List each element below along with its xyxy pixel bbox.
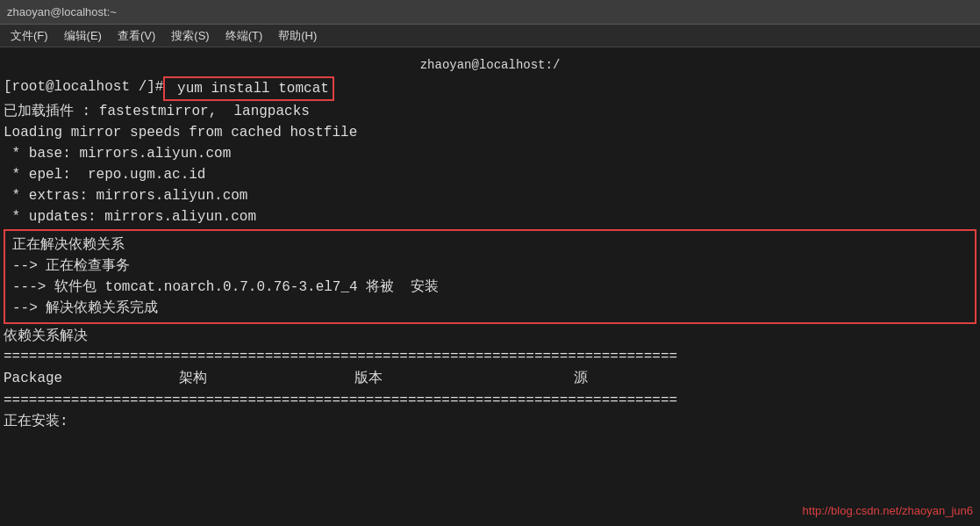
separator-1: ========================================… [4, 347, 976, 366]
col-header-source: 源 [574, 368, 976, 389]
terminal-window: zhaoyan@localhost:~ 文件(F) 编辑(E) 查看(V) 搜索… [0, 0, 980, 526]
resolution-box: 正在解决依赖关系 --> 正在检查事务 ---> 软件包 tomcat.noar… [4, 229, 976, 324]
title-bar: zhaoyan@localhost:~ [0, 0, 980, 25]
menu-bar[interactable]: 文件(F) 编辑(E) 查看(V) 搜索(S) 终端(T) 帮助(H) [0, 25, 980, 47]
title-bar-text: zhaoyan@localhost:~ [7, 5, 117, 18]
col-header-package: Package [4, 368, 179, 389]
col-header-version: 版本 [354, 368, 574, 389]
menu-view[interactable]: 查看(V) [111, 26, 162, 46]
output-line-5: * extras: mirrors.aliyun.com [4, 185, 976, 206]
prompt: [root@localhost /]# [4, 76, 163, 97]
menu-edit[interactable]: 编辑(E) [57, 26, 109, 46]
output-line-6: * updates: mirrors.aliyun.com [4, 206, 976, 227]
installing-label: 正在安装: http://blog.csdn.net/zhaoyan_jun6 [4, 411, 976, 432]
output-line-4: * epel: repo.ugm.ac.id [4, 164, 976, 185]
res-line-1: 正在解决依赖关系 [12, 234, 968, 256]
menu-terminal[interactable]: 终端(T) [218, 26, 270, 46]
table-header-row: Package 架构 版本 源 [4, 366, 976, 391]
output-line-3: * base: mirrors.aliyun.com [4, 143, 976, 164]
col-header-arch: 架构 [179, 368, 354, 389]
top-title: zhaoyan@localhost:/ [4, 54, 976, 76]
terminal-content[interactable]: zhaoyan@localhost:/ [root@localhost /]# … [0, 47, 980, 526]
menu-search[interactable]: 搜索(S) [164, 26, 216, 46]
menu-help[interactable]: 帮助(H) [271, 26, 324, 46]
after-resolution: 依赖关系解决 [4, 326, 976, 347]
output-line-1: 已加载插件 : fastestmirror, langpacks [4, 101, 976, 122]
command-line: [root@localhost /]# yum install tomcat [4, 76, 976, 101]
separator-2: ========================================… [4, 391, 976, 410]
output-line-2: Loading mirror speeds from cached hostfi… [4, 122, 976, 143]
menu-file[interactable]: 文件(F) [4, 26, 55, 46]
watermark: http://blog.csdn.net/zhaoyan_jun6 [803, 502, 973, 520]
command-box: yum install tomcat [163, 76, 333, 101]
res-line-2: --> 正在检查事务 [12, 256, 968, 277]
res-line-3: ---> 软件包 tomcat.noarch.0.7.0.76-3.el7_4 … [12, 277, 968, 298]
res-line-4: --> 解决依赖关系完成 [12, 298, 968, 319]
